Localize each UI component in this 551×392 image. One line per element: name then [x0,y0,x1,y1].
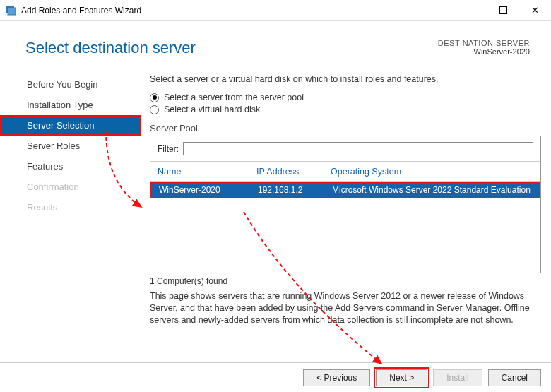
window-title: Add Roles and Features Wizard [21,6,456,16]
next-button[interactable]: Next > [376,369,427,386]
close-button[interactable]: ✕ [519,0,551,21]
cell-os: Microsoft Windows Server 2022 Standard E… [332,185,532,195]
cell-name: WinServer-2020 [159,185,258,195]
server-table-header: Name IP Address Operating System [150,162,540,181]
filter-input[interactable] [183,142,533,155]
instruction-text: Select a server or a virtual hard disk o… [150,74,541,84]
filter-label: Filter: [158,144,179,154]
app-icon [6,5,17,16]
server-pool-label: Server Pool [150,123,541,133]
page-title: Select destination server [25,39,438,57]
destination-value: WinServer-2020 [438,47,530,56]
radio-virtual-hard-disk[interactable]: Select a virtual hard disk [150,105,541,114]
sidebar-item-before-you-begin[interactable]: Before You Begin [0,74,141,95]
column-name[interactable]: Name [158,167,256,177]
svg-rect-2 [500,7,507,14]
cancel-button[interactable]: Cancel [488,369,541,386]
sidebar-item-label: Features [27,161,63,172]
sidebar-item-installation-type[interactable]: Installation Type [0,95,141,115]
server-row[interactable]: WinServer-2020 192.168.1.2 Microsoft Win… [150,182,540,198]
sidebar-item-label: Before You Begin [27,79,97,90]
svg-rect-1 [8,8,16,15]
radio-label: Select a server from the server pool [164,93,304,102]
sidebar-item-label: Confirmation [27,182,79,192]
sidebar-item-label: Results [27,202,57,213]
install-button: Install [433,369,482,386]
sidebar-item-server-selection[interactable]: Server Selection [0,115,141,136]
previous-button[interactable]: < Previous [303,369,370,386]
column-ip[interactable]: IP Address [256,167,331,177]
maximize-button[interactable] [487,0,519,21]
info-note: This page shows servers that are running… [150,290,541,326]
radio-icon [150,93,159,102]
sidebar-item-label: Installation Type [27,100,93,110]
destination-label: DESTINATION SERVER [438,39,530,47]
minimize-button[interactable]: — [456,0,487,21]
radio-icon [150,105,159,114]
sidebar-item-confirmation: Confirmation [0,177,141,197]
sidebar-item-results: Results [0,197,141,218]
computers-found-label: 1 Computer(s) found [150,276,541,286]
cell-ip: 192.168.1.2 [258,185,332,195]
sidebar-item-server-roles[interactable]: Server Roles [0,136,141,156]
sidebar-item-label: Server Selection [27,120,94,131]
radio-label: Select a virtual hard disk [164,105,260,114]
radio-server-pool[interactable]: Select a server from the server pool [150,93,541,102]
column-os[interactable]: Operating System [331,167,533,177]
sidebar-item-label: Server Roles [27,141,80,151]
sidebar-item-features[interactable]: Features [0,156,141,177]
